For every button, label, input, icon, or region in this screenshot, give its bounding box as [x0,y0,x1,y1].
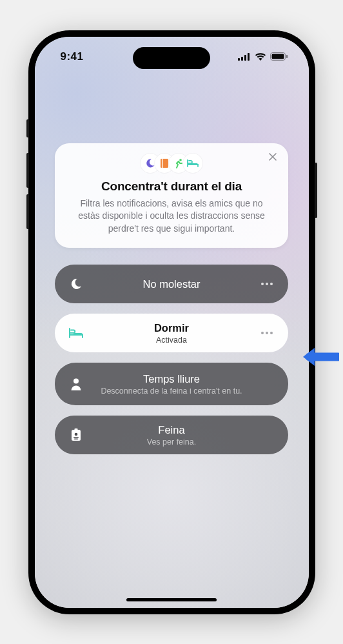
svg-rect-1 [241,57,243,61]
svg-point-13 [261,332,264,334]
focus-item-label: Dormir [84,322,259,334]
svg-rect-20 [74,437,79,438]
svg-point-19 [75,433,78,436]
svg-point-12 [270,283,273,285]
svg-point-9 [179,159,182,161]
intro-icon-row [69,154,274,173]
battery-icon [270,52,288,61]
volume-down-button [26,194,29,229]
svg-point-16 [74,379,79,384]
svg-rect-5 [271,54,284,59]
svg-rect-3 [248,53,250,61]
intro-title: Concentra't durant el dia [69,179,274,194]
focus-item-label: No molestar [84,278,259,290]
cellular-icon [238,53,251,61]
ellipsis-icon [260,282,273,286]
home-indicator[interactable] [126,598,217,601]
close-button[interactable] [266,151,279,164]
svg-point-10 [261,283,264,285]
bed-icon [183,154,202,173]
more-button[interactable] [259,331,275,335]
focus-item-sleep[interactable]: Dormir Activada [55,314,288,352]
svg-rect-2 [244,55,246,61]
person-icon [68,377,84,390]
bed-icon [68,328,84,338]
phone-frame: 9:41 [28,30,315,614]
callout-arrow-icon [300,346,339,368]
focus-item-subtitle: Ves per feina. [84,438,259,447]
screen: 9:41 [35,37,309,608]
svg-point-15 [270,332,273,334]
focus-item-subtitle: Activada [84,336,259,345]
focus-item-subtitle: Desconnecta de la feina i centra't en tu… [84,387,259,396]
focus-mode-list: No molestar Dormir Activada [55,265,288,454]
status-time: 9:41 [52,50,84,63]
power-button [315,163,317,218]
badge-icon [68,428,84,441]
focus-intro-card: Concentra't durant el dia Filtra les not… [55,143,288,248]
silence-switch [26,119,29,137]
svg-point-11 [266,283,268,285]
svg-point-14 [266,332,268,334]
svg-rect-0 [238,58,240,61]
moon-icon [68,277,84,290]
svg-rect-18 [75,428,78,430]
focus-overlay: Concentra't durant el dia Filtra les not… [35,37,309,608]
status-indicators [238,52,292,61]
focus-item-personal[interactable]: Temps lliure Desconnecta de la feina i c… [55,363,288,405]
ellipsis-icon [260,331,273,335]
focus-item-dnd[interactable]: No molestar [55,265,288,303]
wifi-icon [255,53,266,61]
focus-item-label: Feina [84,424,259,436]
svg-rect-7 [161,159,168,168]
close-icon [269,153,277,161]
svg-rect-6 [286,55,288,58]
volume-up-button [26,153,29,188]
svg-rect-8 [162,159,163,168]
svg-rect-21 [74,439,78,439]
dynamic-island [133,47,210,69]
more-button[interactable] [259,282,275,286]
focus-item-label: Temps lliure [84,373,259,385]
focus-item-work[interactable]: Feina Ves per feina. [55,416,288,454]
intro-description: Filtra les notificacions, avisa els amic… [69,197,274,236]
